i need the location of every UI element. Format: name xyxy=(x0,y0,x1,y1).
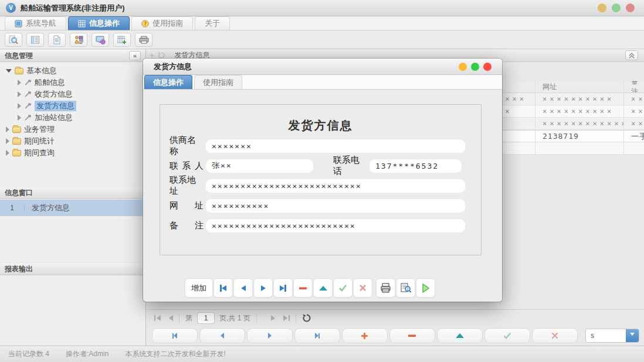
tree-item-period-stats[interactable]: 期间统计 xyxy=(0,135,145,147)
window-panel-header: 信息窗口 xyxy=(0,186,145,199)
tab-system-nav[interactable]: 系统导航 xyxy=(5,16,66,30)
double-chevron-up-icon xyxy=(629,53,635,59)
add-button[interactable]: 增加 xyxy=(185,278,213,298)
main-tab-bar: 系统导航 信息操作 ? 使用指南 关于 xyxy=(0,16,644,30)
page-prefix-label: 第 xyxy=(185,313,192,323)
cell: ×× xyxy=(624,93,644,105)
cell: ×× xyxy=(624,105,644,117)
dialog-maximize-button[interactable] xyxy=(471,63,479,71)
record-last-button[interactable] xyxy=(294,328,340,343)
table-add-button[interactable] xyxy=(113,33,131,47)
tree-item-shipper-info[interactable]: 发货方信息 xyxy=(0,100,145,112)
check-icon xyxy=(503,332,511,339)
combo-dropdown-button[interactable] xyxy=(626,329,639,342)
refresh-button[interactable] xyxy=(302,313,311,323)
confirm-button[interactable] xyxy=(333,278,352,298)
page-last-button[interactable] xyxy=(283,315,290,321)
grid-url-header[interactable]: 网址 xyxy=(535,81,624,93)
note-input[interactable]: ××××××××××××××××××××××××× xyxy=(206,219,465,233)
record-delete-button[interactable] xyxy=(389,328,435,343)
last-button[interactable] xyxy=(273,278,293,298)
first-button[interactable] xyxy=(213,278,233,298)
print-button[interactable] xyxy=(135,33,152,47)
print-icon xyxy=(381,283,391,293)
form-view-button[interactable] xyxy=(26,33,44,47)
tab-user-guide[interactable]: ? 使用指南 xyxy=(131,16,193,30)
record-cancel-button[interactable] xyxy=(532,328,578,343)
window-list-item[interactable]: 1 发货方信息 xyxy=(0,200,145,216)
record-edit-button[interactable] xyxy=(437,328,483,343)
expander-right-icon[interactable] xyxy=(6,127,9,132)
expander-down-icon[interactable] xyxy=(6,69,12,73)
record-select-combo[interactable]: s xyxy=(585,329,639,343)
dialog-minimize-button[interactable] xyxy=(459,63,467,71)
record-nav-bar: s xyxy=(146,327,644,344)
application-window: V 船舶运输管理系统(非注册用户) 系统导航 信息操作 ? 使用指南 xyxy=(0,0,644,362)
record-prev-button[interactable] xyxy=(199,328,245,343)
dialog-close-button[interactable] xyxy=(483,63,492,71)
print-preview-button[interactable] xyxy=(396,278,415,298)
plus-icon xyxy=(361,333,368,339)
search-button[interactable] xyxy=(5,33,22,47)
expander-right-icon[interactable] xyxy=(18,115,21,121)
refresh-icon xyxy=(302,313,311,323)
panel-collapse-button[interactable] xyxy=(625,50,638,60)
page-next-button[interactable] xyxy=(271,315,275,321)
play-icon xyxy=(422,284,430,293)
user-report-button[interactable] xyxy=(70,33,87,47)
document-button[interactable] xyxy=(48,33,66,47)
note-label: 备注 xyxy=(170,220,204,231)
page-prev-button[interactable] xyxy=(169,315,173,321)
dialog-tab-info-ops[interactable]: 信息操作 xyxy=(144,75,192,89)
tree-item-business-mgmt[interactable]: 业务管理 xyxy=(0,124,145,135)
expander-right-icon[interactable] xyxy=(18,103,21,109)
record-first-button[interactable] xyxy=(152,328,198,343)
cancel-button[interactable] xyxy=(353,278,372,298)
address-input[interactable]: ×××××××××××××××××××××××××× xyxy=(206,179,465,193)
form-title: 发货方信息 xyxy=(160,118,481,134)
expander-right-icon[interactable] xyxy=(6,150,9,156)
page-number-input[interactable] xyxy=(197,312,215,324)
dialog-window-controls xyxy=(459,63,492,71)
cell: ×××××××××× xyxy=(535,105,624,117)
record-confirm-button[interactable] xyxy=(484,328,530,343)
sidebar-collapse-button[interactable]: « xyxy=(129,51,141,60)
tree-label: 收货方信息 xyxy=(35,89,73,100)
execute-button[interactable] xyxy=(416,278,435,298)
dialog-tab-user-guide[interactable]: 使用指南 xyxy=(194,75,242,89)
tab-info-ops[interactable]: 信息操作 xyxy=(68,16,130,30)
tree-item-consignee-info[interactable]: 收货方信息 xyxy=(0,88,145,100)
edit-button[interactable] xyxy=(313,278,333,298)
separator xyxy=(179,313,179,323)
delete-button[interactable] xyxy=(293,278,313,298)
close-button[interactable] xyxy=(626,4,635,12)
tab-label: 关于 xyxy=(205,18,220,29)
tree-item-basic-info[interactable]: 基本信息 xyxy=(0,65,145,77)
expander-right-icon[interactable] xyxy=(18,80,21,86)
record-next-button[interactable] xyxy=(247,328,293,343)
tree-item-period-query[interactable]: 期间查询 xyxy=(0,147,145,159)
minimize-button[interactable] xyxy=(598,4,606,12)
report-panel-header: 报表输出 xyxy=(0,262,145,275)
tree-item-ship-info[interactable]: 船舶信息 xyxy=(0,77,145,88)
website-input[interactable]: ×××××××××× xyxy=(206,199,465,213)
tree-item-gas-station-info[interactable]: 加油站信息 xyxy=(0,112,145,124)
tree-label: 基本信息 xyxy=(26,66,57,76)
expander-right-icon[interactable] xyxy=(6,138,9,144)
record-add-button[interactable] xyxy=(342,328,388,343)
next-button[interactable] xyxy=(253,278,273,298)
contact-input[interactable]: 张×× xyxy=(206,159,313,173)
supplier-input[interactable]: ××××××× xyxy=(206,139,465,153)
tab-about[interactable]: 关于 xyxy=(195,16,230,30)
navigation-tree: 基本信息 船舶信息 收货方信息 发货方信息 加油站信息 xyxy=(0,62,145,159)
cell: ×× xyxy=(624,118,644,129)
maximize-button[interactable] xyxy=(612,4,621,12)
phone-input[interactable]: 137****6532 xyxy=(370,159,462,173)
dialog-print-button[interactable] xyxy=(376,278,395,298)
page-first-button[interactable] xyxy=(154,315,161,321)
dialog-title-bar[interactable]: 发货方信息 xyxy=(143,59,502,75)
expander-right-icon[interactable] xyxy=(18,91,21,97)
grid-note-header[interactable]: 备注 xyxy=(624,81,644,93)
monitor-button[interactable] xyxy=(91,33,109,47)
prev-button[interactable] xyxy=(233,278,253,298)
